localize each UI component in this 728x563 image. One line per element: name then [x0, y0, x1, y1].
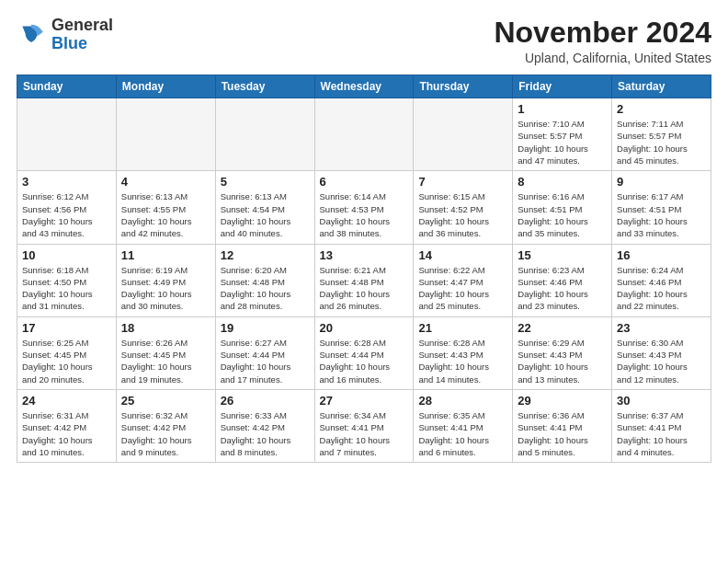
- day-info: Sunrise: 6:36 AM Sunset: 4:41 PM Dayligh…: [518, 409, 607, 458]
- day-info: Sunrise: 6:17 AM Sunset: 4:51 PM Dayligh…: [617, 190, 706, 239]
- calendar-week-3: 10Sunrise: 6:18 AM Sunset: 4:50 PM Dayli…: [17, 244, 711, 316]
- weekday-header-friday: Friday: [513, 75, 612, 98]
- weekday-header-thursday: Thursday: [414, 75, 513, 98]
- calendar-cell: 12Sunrise: 6:20 AM Sunset: 4:48 PM Dayli…: [215, 244, 314, 316]
- day-info: Sunrise: 6:28 AM Sunset: 4:43 PM Dayligh…: [418, 337, 507, 385]
- calendar-cell: 29Sunrise: 6:36 AM Sunset: 4:41 PM Dayli…: [513, 389, 612, 462]
- day-info: Sunrise: 7:11 AM Sunset: 5:57 PM Dayligh…: [617, 118, 706, 167]
- calendar-cell: 25Sunrise: 6:32 AM Sunset: 4:42 PM Dayli…: [116, 389, 215, 462]
- calendar-cell: 20Sunrise: 6:28 AM Sunset: 4:44 PM Dayli…: [314, 316, 414, 389]
- calendar-cell: 24Sunrise: 6:31 AM Sunset: 4:42 PM Dayli…: [17, 389, 117, 462]
- calendar-cell: 13Sunrise: 6:21 AM Sunset: 4:48 PM Dayli…: [314, 244, 414, 316]
- calendar-cell: 10Sunrise: 6:18 AM Sunset: 4:50 PM Dayli…: [17, 244, 117, 316]
- logo-general: General: [51, 17, 113, 35]
- day-number: 6: [320, 175, 409, 189]
- day-number: 9: [617, 175, 706, 189]
- day-number: 29: [518, 394, 607, 408]
- calendar-cell: 26Sunrise: 6:33 AM Sunset: 4:42 PM Dayli…: [215, 389, 314, 462]
- day-info: Sunrise: 6:15 AM Sunset: 4:52 PM Dayligh…: [418, 190, 507, 239]
- calendar-cell: 5Sunrise: 6:13 AM Sunset: 4:54 PM Daylig…: [215, 171, 314, 244]
- day-number: 17: [22, 321, 111, 335]
- calendar-cell: 30Sunrise: 6:37 AM Sunset: 4:41 PM Dayli…: [612, 389, 711, 462]
- day-number: 18: [121, 321, 210, 335]
- day-number: 11: [121, 248, 210, 262]
- calendar-cell: 7Sunrise: 6:15 AM Sunset: 4:52 PM Daylig…: [414, 171, 513, 244]
- day-number: 4: [121, 175, 210, 189]
- day-info: Sunrise: 6:32 AM Sunset: 4:42 PM Dayligh…: [121, 409, 210, 458]
- calendar-table: SundayMondayTuesdayWednesdayThursdayFrid…: [17, 75, 711, 463]
- day-info: Sunrise: 6:31 AM Sunset: 4:42 PM Dayligh…: [22, 409, 111, 458]
- day-info: Sunrise: 6:37 AM Sunset: 4:41 PM Dayligh…: [617, 409, 706, 458]
- calendar-week-4: 17Sunrise: 6:25 AM Sunset: 4:45 PM Dayli…: [17, 316, 711, 389]
- day-info: Sunrise: 6:22 AM Sunset: 4:47 PM Dayligh…: [418, 264, 507, 313]
- weekday-header-monday: Monday: [116, 75, 215, 98]
- day-number: 8: [518, 175, 607, 189]
- weekday-header-wednesday: Wednesday: [314, 75, 414, 98]
- day-number: 14: [418, 248, 507, 262]
- day-number: 30: [617, 394, 706, 408]
- calendar-cell: 3Sunrise: 6:12 AM Sunset: 4:56 PM Daylig…: [17, 171, 117, 244]
- day-number: 2: [617, 102, 706, 116]
- day-number: 19: [221, 321, 310, 335]
- day-info: Sunrise: 6:23 AM Sunset: 4:46 PM Dayligh…: [518, 264, 607, 313]
- calendar-cell: 22Sunrise: 6:29 AM Sunset: 4:43 PM Dayli…: [513, 316, 612, 389]
- day-info: Sunrise: 6:30 AM Sunset: 4:43 PM Dayligh…: [617, 337, 706, 385]
- calendar-week-5: 24Sunrise: 6:31 AM Sunset: 4:42 PM Dayli…: [17, 389, 711, 462]
- day-number: 25: [121, 394, 210, 408]
- day-info: Sunrise: 6:24 AM Sunset: 4:46 PM Dayligh…: [617, 264, 706, 313]
- day-number: 15: [518, 248, 607, 262]
- month-title: November 2024: [494, 17, 711, 49]
- calendar-cell: 28Sunrise: 6:35 AM Sunset: 4:41 PM Dayli…: [414, 389, 513, 462]
- day-info: Sunrise: 6:19 AM Sunset: 4:49 PM Dayligh…: [121, 264, 210, 313]
- day-number: 3: [22, 175, 111, 189]
- day-info: Sunrise: 6:35 AM Sunset: 4:41 PM Dayligh…: [418, 409, 507, 458]
- day-info: Sunrise: 6:20 AM Sunset: 4:48 PM Dayligh…: [221, 264, 310, 313]
- day-number: 12: [221, 248, 310, 262]
- day-number: 16: [617, 248, 706, 262]
- day-info: Sunrise: 6:16 AM Sunset: 4:51 PM Dayligh…: [518, 190, 607, 239]
- calendar-week-1: 1Sunrise: 7:10 AM Sunset: 5:57 PM Daylig…: [17, 98, 711, 171]
- calendar-cell: [215, 98, 314, 171]
- page-container: General Blue November 2024 Upland, Calif…: [0, 0, 728, 470]
- day-info: Sunrise: 6:28 AM Sunset: 4:44 PM Dayligh…: [320, 337, 409, 385]
- calendar-cell: 23Sunrise: 6:30 AM Sunset: 4:43 PM Dayli…: [612, 316, 711, 389]
- calendar-cell: 4Sunrise: 6:13 AM Sunset: 4:55 PM Daylig…: [116, 171, 215, 244]
- logo-blue: Blue: [51, 35, 113, 53]
- calendar-cell: 8Sunrise: 6:16 AM Sunset: 4:51 PM Daylig…: [513, 171, 612, 244]
- calendar-cell: 6Sunrise: 6:14 AM Sunset: 4:53 PM Daylig…: [314, 171, 414, 244]
- day-info: Sunrise: 6:25 AM Sunset: 4:45 PM Dayligh…: [22, 337, 111, 385]
- day-info: Sunrise: 6:14 AM Sunset: 4:53 PM Dayligh…: [320, 190, 409, 239]
- calendar-cell: 11Sunrise: 6:19 AM Sunset: 4:49 PM Dayli…: [116, 244, 215, 316]
- weekday-header-sunday: Sunday: [17, 75, 117, 98]
- day-info: Sunrise: 6:13 AM Sunset: 4:54 PM Dayligh…: [221, 190, 310, 239]
- day-number: 21: [418, 321, 507, 335]
- logo-icon: [17, 20, 46, 50]
- day-number: 26: [221, 394, 310, 408]
- day-number: 5: [221, 175, 310, 189]
- calendar-cell: 2Sunrise: 7:11 AM Sunset: 5:57 PM Daylig…: [612, 98, 711, 171]
- day-info: Sunrise: 6:13 AM Sunset: 4:55 PM Dayligh…: [121, 190, 210, 239]
- day-number: 27: [320, 394, 409, 408]
- day-number: 7: [418, 175, 507, 189]
- calendar-cell: [17, 98, 117, 171]
- day-number: 13: [320, 248, 409, 262]
- calendar-cell: 16Sunrise: 6:24 AM Sunset: 4:46 PM Dayli…: [612, 244, 711, 316]
- day-info: Sunrise: 6:12 AM Sunset: 4:56 PM Dayligh…: [22, 190, 111, 239]
- calendar-cell: 9Sunrise: 6:17 AM Sunset: 4:51 PM Daylig…: [612, 171, 711, 244]
- day-info: Sunrise: 6:29 AM Sunset: 4:43 PM Dayligh…: [518, 337, 607, 385]
- location-subtitle: Upland, California, United States: [494, 51, 711, 65]
- title-block: November 2024 Upland, California, United…: [494, 17, 711, 65]
- calendar-cell: 18Sunrise: 6:26 AM Sunset: 4:45 PM Dayli…: [116, 316, 215, 389]
- day-info: Sunrise: 6:18 AM Sunset: 4:50 PM Dayligh…: [22, 264, 111, 313]
- calendar-week-2: 3Sunrise: 6:12 AM Sunset: 4:56 PM Daylig…: [17, 171, 711, 244]
- weekday-header-saturday: Saturday: [612, 75, 711, 98]
- day-info: Sunrise: 6:33 AM Sunset: 4:42 PM Dayligh…: [221, 409, 310, 458]
- calendar-cell: 14Sunrise: 6:22 AM Sunset: 4:47 PM Dayli…: [414, 244, 513, 316]
- day-info: Sunrise: 6:21 AM Sunset: 4:48 PM Dayligh…: [320, 264, 409, 313]
- header: General Blue November 2024 Upland, Calif…: [17, 17, 711, 65]
- weekday-header-tuesday: Tuesday: [215, 75, 314, 98]
- day-info: Sunrise: 6:26 AM Sunset: 4:45 PM Dayligh…: [121, 337, 210, 385]
- calendar-cell: 1Sunrise: 7:10 AM Sunset: 5:57 PM Daylig…: [513, 98, 612, 171]
- calendar-cell: 17Sunrise: 6:25 AM Sunset: 4:45 PM Dayli…: [17, 316, 117, 389]
- calendar-cell: 21Sunrise: 6:28 AM Sunset: 4:43 PM Dayli…: [414, 316, 513, 389]
